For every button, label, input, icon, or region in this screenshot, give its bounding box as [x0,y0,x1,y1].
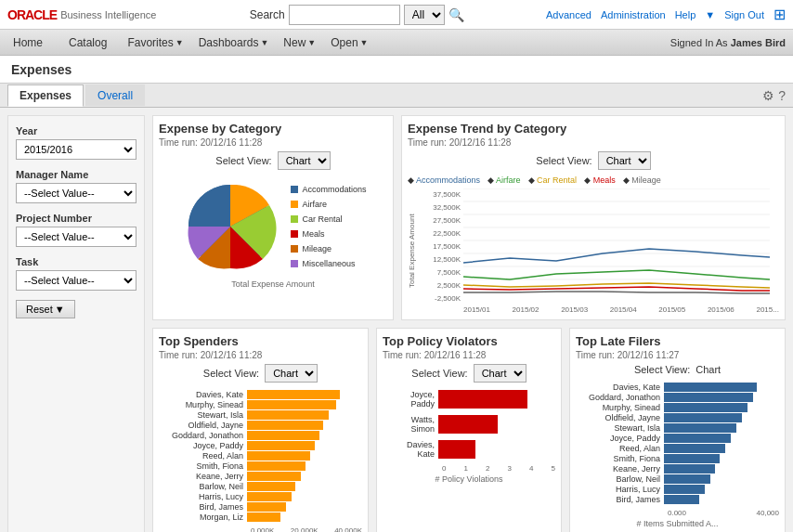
late-filers-view-label: Select View: [634,364,690,375]
charts-area: Expense by Category Time run: 20/12/16 1… [152,115,786,532]
oracle-logo: ORACLE Business Intelligence [7,7,156,22]
policy-x-axis: 012345 [383,464,555,473]
expense-by-category-view-select[interactable]: Chart [278,151,331,170]
year-filter-label: Year [16,125,136,136]
expense-trend-title: Expense Trend by Category [408,122,779,136]
apps-icon[interactable]: ⊞ [774,6,786,23]
main-content: Year 2015/2016 Manager Name --Select Val… [0,108,793,532]
administration-link[interactable]: Administration [601,9,666,20]
top-spenders-chart: Davies, Kate Murphy, Sinead Stewart, Isl… [159,388,362,525]
secondary-navigation: Home Catalog Favorites ▼ Dashboards ▼ Ne… [0,30,793,56]
late-bar-stewart: Stewart, Isla [576,423,779,433]
nav-dashboards[interactable]: Dashboards ▼ [199,36,269,49]
expense-trend-view-select[interactable]: Chart [598,151,651,170]
late-filers-chart: Davies, Kate Goddard, Jonathon Murphy, S… [576,381,779,507]
advanced-link[interactable]: Advanced [546,9,592,20]
policy-bar-davies: Davies,Kate [383,440,555,459]
top-spenders-panel: Top Spenders Time run: 20/12/16 11:28 Se… [152,328,369,532]
late-bar-reed: Reed, Alan [576,444,779,453]
bar-row-reed: Reed, Alan [159,451,362,461]
page-title: Expenses [11,62,72,77]
expense-trend-controls: Select View: Chart [408,151,779,170]
search-button[interactable]: 🔍 [448,7,464,22]
expense-by-category-title: Expense by Category [159,122,387,136]
top-spenders-controls: Select View: Chart [159,364,362,383]
nav-open[interactable]: Open ▼ [331,36,368,49]
bar-row-oldfield: Oldfield, Jayne [159,421,362,430]
tab-bar: Expenses Overall ⚙ ? [0,84,793,108]
top-spenders-view-select[interactable]: Chart [265,364,318,383]
trend-legend-meals: ◆ Meals [584,175,616,185]
expense-trend-time: Time run: 20/12/16 11:28 [408,137,779,148]
bar-row-keane: Keane, Jerry [159,472,362,481]
top-right-nav: Advanced Administration Help ▼ Sign Out … [546,6,786,23]
nav-home[interactable]: Home [7,32,48,53]
project-filter-select[interactable]: --Select Value-- [16,227,136,247]
trend-chart-inner: 37,500K32,500K27,500K22,500K 17,500K12,5… [421,188,779,305]
manager-filter-select[interactable]: --Select Value-- [16,183,136,203]
top-late-filers-panel: Top Late Filers Time run: 20/12/16 11:27… [569,328,786,532]
manager-filter-label: Manager Name [16,169,136,180]
bar-row-joyce: Joyce, Paddy [159,441,362,450]
bar-row-davies: Davies, Kate [159,390,362,399]
pie-chart-container: Accommodations Airfare Car Rental M [159,175,387,278]
help-question-icon[interactable]: ? [778,88,786,103]
policy-axis-label: # Policy Violations [383,474,555,484]
policy-violators-time: Time run: 20/12/16 11:28 [383,350,555,360]
task-filter-select[interactable]: --Select Value-- [16,270,136,291]
late-bar-bird: Bird, James [576,495,779,504]
late-bar-joyce: Joyce, Paddy [576,434,779,443]
task-filter-label: Task [16,256,136,267]
late-filers-x-axis: 0.00040,000 [576,509,779,517]
expense-by-category-controls: Select View: Chart [159,151,387,170]
signed-in-info: Signed In As James Bird [670,37,786,48]
y-axis-ticks: 37,500K32,500K27,500K22,500K 17,500K12,5… [421,188,463,305]
legend-car-rental: Car Rental [291,212,366,227]
year-filter-select[interactable]: 2015/2016 [16,139,136,160]
tab-overall[interactable]: Overall [85,84,145,106]
late-bar-davies: Davies, Kate [576,383,779,392]
policy-violators-title: Top Policy Violators [383,334,555,348]
late-filers-time: Time run: 20/12/16 11:27 [576,350,779,360]
late-filers-title: Top Late Filers [576,334,779,348]
late-bar-smith: Smith, Fiona [576,454,779,463]
trend-legend: ◆ Accommodations ◆ Airfare ◆ Car Rental … [408,175,779,185]
help-link[interactable]: Help [675,9,696,20]
oracle-brand: ORACLE [7,7,57,22]
settings-gear-icon[interactable]: ⚙ [762,88,774,103]
search-area: Search All 🔍 [167,5,546,25]
task-filter-group: Task --Select Value-- [16,256,136,291]
legend-miscellaneous: Miscellaneous [291,256,366,271]
expense-by-category-axis-label: Total Expense Amount [159,279,387,289]
page-title-bar: Expenses [0,56,793,84]
search-label: Search [250,8,285,21]
late-bar-barlow: Barlow, Neil [576,474,779,484]
tab-expenses[interactable]: Expenses [7,84,84,107]
search-input[interactable] [289,5,400,25]
trend-legend-car-rental: ◆ Car Rental [528,175,578,185]
trend-legend-mileage: ◆ Mileage [623,175,661,185]
policy-view-select[interactable]: Chart [474,364,526,383]
policy-bar-watts: Watts,Simon [383,415,555,434]
search-scope-select[interactable]: All [404,5,445,25]
policy-view-label: Select View: [411,368,467,379]
late-bar-harris: Harris, Lucy [576,485,779,494]
nav-new[interactable]: New ▼ [283,36,316,49]
expense-by-category-time: Time run: 20/12/16 11:28 [159,137,387,148]
top-policy-violators-panel: Top Policy Violators Time run: 20/12/16 … [376,328,562,532]
filters-sidebar: Year 2015/2016 Manager Name --Select Val… [7,115,145,532]
bar-row-goddard: Goddard, Jonathon [159,431,362,440]
sign-out-link[interactable]: Sign Out [724,9,764,20]
oracle-product: Business Intelligence [60,9,156,20]
bottom-charts-row: Top Spenders Time run: 20/12/16 11:28 Se… [152,328,786,532]
policy-violators-controls: Select View: Chart [383,364,555,383]
nav-favorites[interactable]: Favorites ▼ [127,36,183,49]
reset-button[interactable]: Reset ▼ [16,300,75,318]
nav-catalog[interactable]: Catalog [63,32,112,53]
project-filter-label: Project Number [16,213,136,224]
legend-airfare: Airfare [291,197,366,212]
bar-row-stewart: Stewart, Isla [159,410,362,420]
spenders-x-axis: 0.000K20,000K40,000K [159,526,362,532]
y-axis-label: Total Expense Amount [408,188,421,314]
bar-row-morgan: Morgan, Liz [159,513,362,522]
